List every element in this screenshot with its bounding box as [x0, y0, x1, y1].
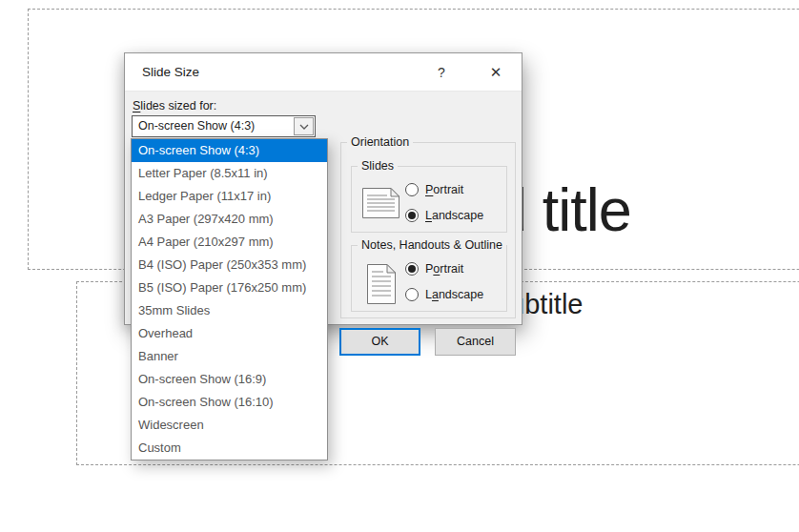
dropdown-item[interactable]: Letter Paper (8.5x11 in) [132, 162, 327, 185]
close-icon[interactable]: ✕ [481, 53, 510, 92]
dropdown-item[interactable]: A3 Paper (297x420 mm) [132, 208, 327, 231]
notes-landscape-option[interactable]: Landscape [405, 287, 483, 302]
notes-landscape-label: Landscape [425, 288, 483, 301]
dropdown-item[interactable]: 35mm Slides [132, 299, 327, 322]
dropdown-item[interactable]: Ledger Paper (11x17 in) [132, 185, 327, 208]
notes-landscape-radio[interactable] [405, 288, 419, 301]
help-icon[interactable]: ? [427, 53, 456, 92]
slide-size-dropdown-list: On-screen Show (4:3) Letter Paper (8.5x1… [131, 138, 328, 460]
ok-button[interactable]: OK [339, 328, 420, 356]
dialog-title: Slide Size [142, 53, 199, 92]
slides-group-label: Slides [358, 159, 398, 173]
dropdown-item[interactable]: Widescreen [132, 414, 327, 437]
slides-portrait-label: Portrait [425, 183, 463, 196]
dropdown-item[interactable]: A4 Paper (210x297 mm) [132, 231, 327, 254]
slides-sized-for-combobox[interactable]: On-screen Show (4:3) [132, 115, 316, 137]
notes-group-label: Notes, Handouts & Outline [358, 238, 506, 252]
slides-portrait-option[interactable]: Portrait [405, 182, 463, 197]
orientation-group-label: Orientation [347, 135, 413, 149]
slides-sized-for-label: Slides sized for: [133, 99, 216, 113]
dropdown-item[interactable]: Banner [132, 345, 327, 368]
slides-landscape-radio[interactable] [405, 209, 419, 222]
dropdown-item[interactable]: B5 (ISO) Paper (176x250 mm) [132, 276, 327, 299]
dropdown-item[interactable]: Custom [132, 437, 327, 460]
notes-portrait-option[interactable]: Portrait [405, 261, 463, 276]
cancel-button[interactable]: Cancel [435, 328, 516, 356]
slides-orientation-group: Slides [351, 166, 507, 233]
dropdown-item[interactable]: B4 (ISO) Paper (250x353 mm) [132, 254, 327, 276]
chevron-down-icon [299, 124, 309, 130]
dialog-titlebar[interactable]: Slide Size ? ✕ [125, 53, 522, 92]
orientation-group: Orientation Slides [340, 142, 516, 318]
dropdown-item[interactable]: Overhead [132, 322, 327, 345]
notes-portrait-radio[interactable] [405, 262, 419, 276]
portrait-page-icon [366, 263, 397, 305]
combobox-value: On-screen Show (4:3) [138, 116, 255, 136]
slide-editor-canvas: Click to add title Click to add subtitle… [0, 0, 799, 532]
slides-landscape-label: Landscape [425, 209, 483, 222]
notes-portrait-label: Portrait [425, 262, 463, 276]
slides-portrait-radio[interactable] [405, 183, 419, 196]
dropdown-item[interactable]: On-screen Show (16:9) [132, 368, 327, 391]
notes-orientation-group: Notes, Handouts & Outline [351, 245, 507, 312]
dropdown-item[interactable]: On-screen Show (16:10) [132, 391, 327, 414]
landscape-page-icon [361, 187, 400, 219]
dropdown-item[interactable]: On-screen Show (4:3) [132, 139, 327, 162]
combobox-dropdown-button[interactable] [294, 117, 314, 135]
slides-landscape-option[interactable]: Landscape [405, 208, 483, 223]
